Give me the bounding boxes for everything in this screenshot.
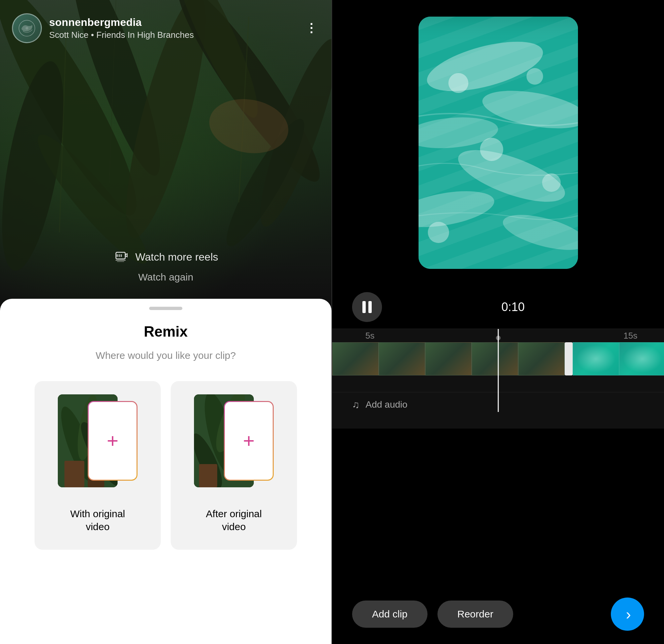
svg-point-36 xyxy=(452,139,570,212)
watch-again-button[interactable]: Watch again xyxy=(138,272,193,283)
svg-rect-32 xyxy=(418,17,578,269)
music-note-icon: ♫ xyxy=(352,399,360,410)
svg-point-34 xyxy=(479,84,578,135)
reels-icon xyxy=(113,249,129,265)
svg-point-38 xyxy=(499,208,578,257)
svg-point-35 xyxy=(418,114,499,152)
add-clip-icon: + xyxy=(107,431,118,451)
svg-point-41 xyxy=(480,138,503,161)
sheet-drag-handle[interactable] xyxy=(149,307,182,310)
playhead[interactable] xyxy=(498,329,499,412)
avatar[interactable] xyxy=(12,13,42,43)
video-overlay-controls: Watch more reels Watch again xyxy=(0,249,332,283)
svg-rect-31 xyxy=(199,464,217,487)
pause-icon xyxy=(362,301,372,313)
player-controls: 0:10 xyxy=(332,285,664,329)
after-original-option[interactable]: + After original video xyxy=(171,381,297,550)
add-audio-label: Add audio xyxy=(366,399,408,410)
remix-bottom-sheet: Remix Where would you like your clip? xyxy=(0,299,332,644)
post-header: sonnenbergmedia Scott Nice • Friends In … xyxy=(0,0,332,50)
after-clip-phone-preview: + xyxy=(224,401,274,481)
after-original-label: After original video xyxy=(206,507,262,533)
more-options-button[interactable]: ⋮ xyxy=(303,20,319,37)
thumb-plant-4 xyxy=(472,342,518,375)
ocean-video-preview xyxy=(418,17,578,269)
thumb-plant-1 xyxy=(332,342,379,375)
username: sonnenbergmedia xyxy=(49,16,303,28)
clip-options-container: + With original video xyxy=(13,381,318,550)
pause-button[interactable] xyxy=(352,292,382,322)
new-clip-phone-preview: + xyxy=(88,401,138,481)
next-button[interactable]: › xyxy=(611,598,644,631)
svg-point-43 xyxy=(428,222,449,243)
thumb-plant-3 xyxy=(425,342,472,375)
video-preview-area xyxy=(332,0,664,285)
svg-rect-25 xyxy=(64,461,84,487)
svg-point-37 xyxy=(418,185,497,234)
chevron-right-icon: › xyxy=(626,605,631,623)
svg-point-42 xyxy=(542,173,561,192)
with-original-label: With original video xyxy=(70,507,125,533)
svg-rect-17 xyxy=(119,254,120,257)
sheet-title: Remix xyxy=(13,323,318,340)
add-after-clip-icon: + xyxy=(243,431,254,451)
left-panel: sonnenbergmedia Scott Nice • Friends In … xyxy=(0,0,332,644)
watch-more-reels-button[interactable]: Watch more reels xyxy=(113,249,218,265)
video-preview-phone xyxy=(418,17,578,269)
svg-rect-44 xyxy=(418,17,578,43)
time-display: 0:10 xyxy=(501,300,524,314)
svg-point-40 xyxy=(526,68,543,85)
after-original-preview: + xyxy=(194,394,274,494)
track-cut-handle[interactable] xyxy=(565,342,573,375)
right-panel: 0:10 5s 15s xyxy=(332,0,664,644)
bottom-controls: Add clip Reorder › xyxy=(332,584,664,644)
sheet-subtitle: Where would you like your clip? xyxy=(13,350,318,361)
thumb-plant-5 xyxy=(518,342,565,375)
post-subtitle: Scott Nice • Friends In High Branches xyxy=(49,30,303,40)
svg-rect-16 xyxy=(117,254,118,257)
watch-more-reels-label: Watch more reels xyxy=(135,251,218,263)
thumb-ocean-2 xyxy=(619,342,664,375)
user-info: sonnenbergmedia Scott Nice • Friends In … xyxy=(49,16,303,40)
thumb-ocean-1 xyxy=(573,342,619,375)
svg-point-33 xyxy=(422,31,548,101)
avatar-icon xyxy=(18,20,36,37)
add-clip-button[interactable]: Add clip xyxy=(352,601,428,628)
timeline-tracks xyxy=(332,339,664,392)
svg-point-14 xyxy=(25,27,28,29)
svg-rect-18 xyxy=(121,254,122,257)
svg-point-39 xyxy=(449,73,468,93)
timeline-area: 5s 15s xyxy=(332,329,664,429)
with-original-option[interactable]: + With original video xyxy=(35,381,161,550)
reorder-button[interactable]: Reorder xyxy=(437,601,513,628)
thumb-plant-2 xyxy=(379,342,425,375)
with-original-preview: + xyxy=(58,394,138,494)
